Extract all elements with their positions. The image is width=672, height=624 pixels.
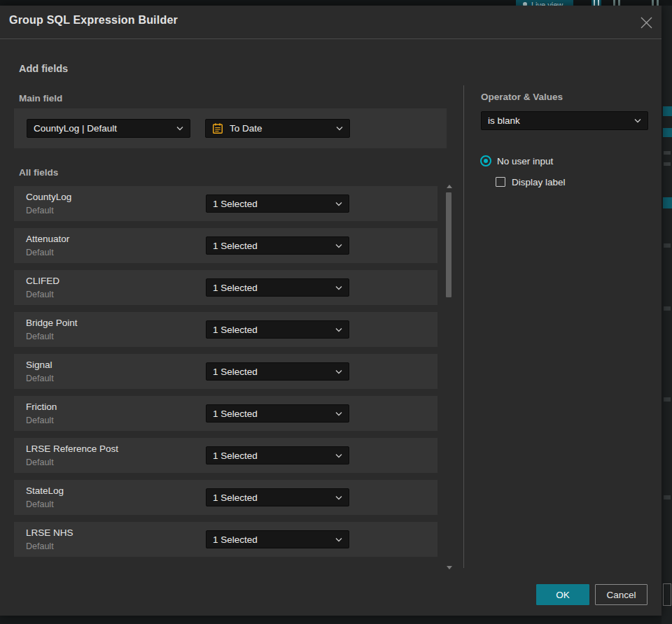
field-selected-value: 1 Selected [213,534,330,545]
field-selected-dropdown[interactable]: 1 Selected [206,488,349,506]
chevron-down-icon [335,243,342,248]
background-fragment [664,495,671,499]
group-sql-expression-builder-dialog: Group SQL Expression Builder Add fields … [0,6,662,616]
field-type-select[interactable]: To Date [205,119,350,138]
field-selected-dropdown[interactable]: 1 Selected [206,446,349,465]
live-view-button: Live view [516,0,573,6]
background-toolbar-fragment [652,0,659,6]
field-row: Bridge Point Default 1 Selected [14,312,438,347]
background-fragment [664,151,671,155]
field-name: Attenuator [26,234,69,244]
radio-dot [484,159,488,163]
calendar-icon [212,122,223,134]
field-selected-dropdown[interactable]: 1 Selected [206,236,349,255]
field-subtitle: Default [26,541,54,551]
close-icon [640,16,653,29]
background-fragment [664,162,671,166]
field-selected-dropdown[interactable]: 1 Selected [206,362,349,381]
field-selected-value: 1 Selected [213,409,330,419]
operator-select-value: is blank [488,115,629,126]
scrollbar-up-arrow-icon[interactable] [447,185,452,188]
no-user-input-radio[interactable] [480,155,491,166]
add-fields-heading: Add fields [19,63,68,74]
field-name: LRSE Reference Post [26,444,118,454]
list-scrollbar[interactable] [445,185,453,569]
chevron-down-icon [335,369,342,374]
field-selected-dropdown[interactable]: 1 Selected [206,194,349,213]
chevron-down-icon [335,285,342,290]
cancel-button[interactable]: Cancel [595,584,648,605]
scrollbar-down-arrow-icon[interactable] [447,566,452,569]
background-toolbar-fragment [613,0,620,6]
field-name: Bridge Point [26,318,78,328]
background-fragment [663,106,672,116]
field-selected-dropdown[interactable]: 1 Selected [206,404,349,423]
field-row: Signal Default 1 Selected [14,354,438,389]
field-selected-value: 1 Selected [213,451,330,461]
background-fragment [664,306,671,311]
close-button[interactable] [636,13,656,32]
background-toolbar-fragment [592,0,601,6]
display-label-label: Display label [512,177,566,187]
chevron-down-icon [176,126,183,131]
ok-button[interactable]: OK [536,584,589,605]
field-subtitle: Default [26,332,54,341]
field-name: StateLog [26,485,64,496]
field-name: CLIFED [26,276,59,286]
vertical-divider [463,85,464,568]
field-selected-value: 1 Selected [213,367,330,377]
field-selected-dropdown[interactable]: 1 Selected [206,530,349,548]
field-subtitle: Default [26,499,54,509]
chevron-down-icon [336,126,343,131]
live-view-label: Live view [531,1,563,6]
chevron-down-icon [335,453,342,458]
field-row: CLIFED Default 1 Selected [14,270,438,305]
field-row: CountyLog Default 1 Selected [14,186,438,221]
display-label-checkbox[interactable] [496,177,505,187]
field-type-select-value: To Date [230,123,330,134]
background-fragment [664,397,671,402]
field-subtitle: Default [26,290,54,299]
field-name: Signal [26,360,52,370]
background-app-top-strip: Live view [0,0,672,6]
field-row: Attenuator Default 1 Selected [14,228,438,263]
field-subtitle: Default [26,416,54,425]
field-subtitle: Default [26,374,54,383]
chevron-down-icon [335,411,342,416]
chevron-down-icon [335,327,342,332]
field-subtitle: Default [26,206,54,215]
chevron-down-icon [335,201,342,206]
background-app-right-strip [662,6,672,624]
main-field-select[interactable]: CountyLog | Default [27,119,190,138]
all-fields-label: All fields [19,167,58,178]
operator-select[interactable]: is blank [481,111,648,130]
field-selected-value: 1 Selected [213,283,330,293]
background-fragment [664,243,671,248]
field-selected-value: 1 Selected [213,325,330,335]
field-name: LRSE NHS [26,527,74,538]
chevron-down-icon [335,537,342,542]
field-selected-dropdown[interactable]: 1 Selected [206,278,349,297]
dialog-title: Group SQL Expression Builder [9,14,178,27]
field-selected-value: 1 Selected [213,199,330,209]
main-field-panel: CountyLog | Default To Date [14,108,447,148]
field-selected-dropdown[interactable]: 1 Selected [206,320,349,339]
background-fragment [663,128,672,137]
field-row: StateLog Default 1 Selected [14,480,438,515]
operator-values-heading: Operator & Values [481,92,563,102]
field-name: CountyLog [26,192,71,202]
chevron-down-icon [634,118,641,123]
background-fragment [663,197,672,208]
screen: Live view Group SQL Expression Builder A… [0,0,672,624]
field-name: Friction [26,402,57,412]
scrollbar-thumb[interactable] [446,192,451,297]
no-user-input-label: No user input [497,156,553,166]
all-fields-list: CountyLog Default 1 Selected Attenuator … [14,186,438,564]
field-row: LRSE Reference Post Default 1 Selected [14,438,438,473]
background-fragment [663,583,671,606]
field-selected-value: 1 Selected [213,492,330,503]
field-row: Friction Default 1 Selected [14,396,438,431]
field-subtitle: Default [26,458,54,467]
field-subtitle: Default [26,248,54,257]
field-row: LRSE NHS Default 1 Selected [14,522,438,557]
